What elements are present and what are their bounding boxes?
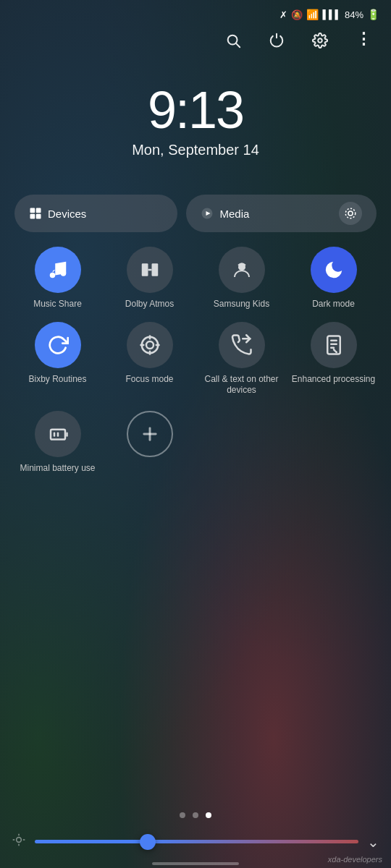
samsung-kids-label: Samsung Kids — [214, 299, 269, 310]
tile-dark-mode[interactable]: Dark mode — [290, 247, 377, 310]
music-share-label: Music Share — [33, 299, 82, 310]
tile-focus-mode[interactable]: Focus mode — [106, 322, 193, 396]
svg-rect-4 — [36, 208, 41, 213]
add-tile-icon — [127, 411, 173, 457]
wifi-icon: 📶 — [306, 9, 319, 20]
clock-date: Mon, September 14 — [132, 142, 259, 158]
media-settings-icon — [344, 207, 357, 220]
tiles-row-2: Bixby Routines Focus mode — [0, 322, 391, 396]
clock-time: 9:13 — [148, 84, 243, 136]
media-circle-icon — [339, 202, 362, 225]
svg-point-9 — [348, 211, 353, 216]
bixby-routines-icon — [35, 322, 81, 368]
expand-chevron[interactable]: ⌄ — [367, 833, 379, 851]
svg-rect-14 — [151, 263, 158, 276]
media-play-icon — [201, 207, 214, 220]
status-bar: ✗ 🔕 📶 ▌▌▌ 84% 🔋 — [0, 0, 391, 23]
settings-button[interactable] — [307, 27, 333, 54]
search-button[interactable] — [220, 27, 246, 54]
battery-label: 84% — [345, 9, 363, 20]
brightness-thumb[interactable] — [140, 834, 156, 850]
page-dots — [0, 805, 391, 833]
page-dot-2 — [193, 812, 198, 818]
main-content: ✗ 🔕 📶 ▌▌▌ 84% 🔋 — [0, 0, 391, 868]
top-buttons-row: Devices Media — [0, 195, 391, 232]
status-icons: ✗ 🔕 📶 ▌▌▌ 84% 🔋 — [279, 9, 379, 20]
svg-point-18 — [146, 341, 154, 349]
mute-icon: 🔕 — [291, 9, 303, 20]
devices-label: Devices — [48, 208, 86, 220]
svg-point-2 — [318, 38, 322, 43]
tile-call-text[interactable]: Call & text on other devices — [198, 322, 285, 396]
devices-icon — [29, 207, 42, 220]
svg-point-34 — [17, 838, 22, 843]
tile-enhanced-processing[interactable]: Enhanced processing — [290, 322, 377, 396]
enhanced-processing-icon — [311, 322, 357, 368]
call-text-icon — [219, 322, 265, 368]
focus-mode-icon — [127, 322, 173, 368]
media-label: Media — [219, 208, 249, 220]
svg-rect-13 — [141, 263, 148, 276]
tiles-row-3: Minimal battery use — [0, 411, 391, 475]
svg-point-10 — [345, 208, 356, 218]
more-button[interactable]: ⋮ — [350, 27, 377, 54]
brightness-slider-container: ⌄ — [0, 833, 391, 851]
page-dot-3 — [206, 812, 211, 818]
music-share-icon — [35, 247, 81, 293]
enhanced-processing-label: Enhanced processing — [292, 374, 375, 386]
tile-samsung-kids[interactable]: Samsung Kids — [198, 247, 285, 310]
page-dot-1 — [180, 812, 185, 818]
samsung-kids-icon — [219, 247, 265, 293]
bixby-routines-label: Bixby Routines — [28, 374, 86, 386]
battery-icon: 🔋 — [367, 9, 379, 20]
home-indicator — [152, 862, 239, 865]
tile-music-share[interactable]: Music Share — [14, 247, 101, 310]
focus-mode-label: Focus mode — [125, 374, 173, 386]
bluetooth-icon: ✗ — [279, 9, 287, 20]
svg-rect-3 — [30, 208, 35, 213]
brightness-slider[interactable] — [35, 840, 358, 843]
tile-dolby-atmos[interactable]: Dolby Atmos — [106, 247, 193, 310]
svg-rect-5 — [30, 214, 35, 219]
dolby-atmos-icon — [127, 247, 173, 293]
tiles-row-1: Music Share Dolby Atmos Samsung Kids — [0, 247, 391, 310]
dark-mode-icon — [311, 247, 357, 293]
dark-mode-label: Dark mode — [312, 299, 355, 310]
power-button[interactable] — [264, 27, 290, 54]
minimal-battery-label: Minimal battery use — [20, 463, 95, 475]
minimal-battery-icon — [35, 411, 81, 457]
tile-bixby-routines[interactable]: Bixby Routines — [14, 322, 101, 396]
tile-minimal-battery[interactable]: Minimal battery use — [14, 411, 101, 475]
tile-add[interactable] — [106, 411, 193, 475]
quick-action-bar: ⋮ — [0, 23, 391, 62]
media-button[interactable]: Media — [186, 195, 377, 232]
signal-icon: ▌▌▌ — [322, 9, 341, 20]
clock-area: 9:13 Mon, September 14 — [0, 62, 391, 195]
brightness-low-icon — [12, 833, 26, 851]
dolby-atmos-label: Dolby Atmos — [125, 299, 174, 310]
svg-rect-6 — [36, 214, 41, 219]
devices-button[interactable]: Devices — [14, 195, 177, 232]
svg-point-11 — [49, 273, 55, 278]
call-text-label: Call & text on other devices — [198, 374, 285, 396]
svg-line-1 — [236, 43, 240, 47]
